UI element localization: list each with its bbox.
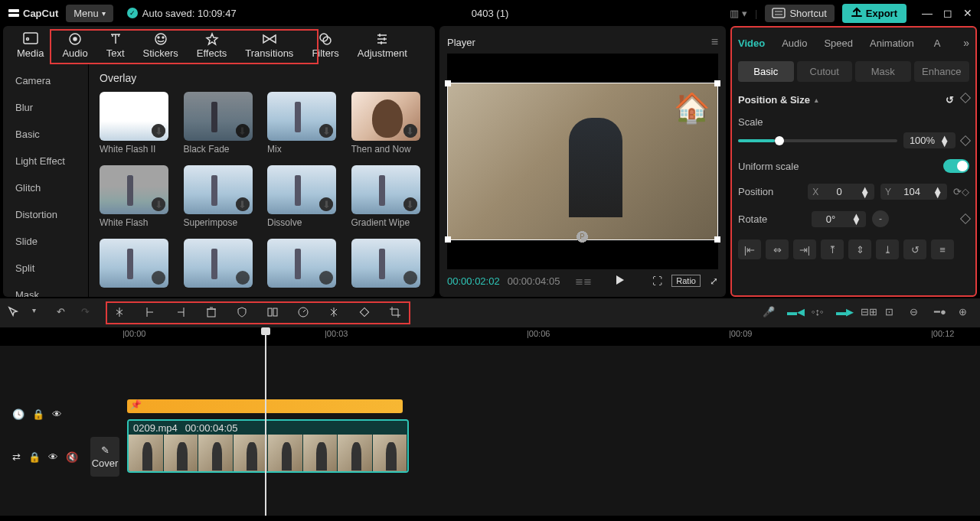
sub-tab-cutout[interactable]: Cutout bbox=[797, 61, 853, 82]
transition-item[interactable]: ⬇Dissolve bbox=[267, 165, 341, 228]
cat-distortion[interactable]: Distortion bbox=[3, 201, 88, 228]
columns-icon[interactable]: ≣≣ bbox=[575, 275, 592, 287]
split-tool[interactable] bbox=[113, 306, 127, 320]
transition-item[interactable] bbox=[267, 239, 341, 291]
shield-tool[interactable] bbox=[236, 306, 250, 320]
scale-slider[interactable] bbox=[738, 139, 897, 142]
align-right[interactable]: ⇥| bbox=[793, 239, 816, 259]
reset-icon[interactable]: ↺ bbox=[946, 94, 954, 106]
house-sticker[interactable]: 🏠 bbox=[674, 91, 710, 125]
swap-icon[interactable]: ⇄ bbox=[12, 451, 21, 463]
cat-mask[interactable]: Mask bbox=[3, 282, 88, 297]
scale-value[interactable]: 100%▲▼ bbox=[903, 132, 956, 148]
cat-basic[interactable]: Basic bbox=[3, 121, 88, 148]
shortcut-button[interactable]: Shortcut bbox=[765, 5, 834, 22]
preview-viewport[interactable]: 🏠 🅟 bbox=[447, 54, 718, 269]
transition-item[interactable]: ⬇White Flash bbox=[100, 165, 173, 228]
align-reset[interactable]: ↺ bbox=[903, 239, 926, 259]
sub-tab-basic[interactable]: Basic bbox=[738, 61, 794, 82]
mirror-h-tool[interactable] bbox=[266, 306, 280, 320]
maximize-button[interactable]: ◻ bbox=[943, 7, 952, 19]
tab-effects[interactable]: Effects bbox=[188, 29, 237, 62]
transition-item[interactable]: ⬇Black Fade bbox=[184, 92, 257, 155]
align-center-h[interactable]: ⇔ bbox=[766, 239, 789, 259]
redo-button[interactable]: ↷ bbox=[81, 306, 95, 320]
undo-button[interactable]: ↶ bbox=[57, 306, 70, 320]
sub-tab-enhance[interactable]: Enhance bbox=[914, 61, 970, 82]
align-center-v[interactable]: ⇕ bbox=[848, 239, 871, 259]
transition-item[interactable]: ⬇Superimpose bbox=[184, 165, 257, 228]
tab-stickers[interactable]: Stickers bbox=[134, 29, 188, 62]
eye-icon[interactable]: 👁 bbox=[48, 451, 58, 463]
timeline-tracks[interactable]: 0209.mp4 00:00:04:05 bbox=[122, 346, 980, 516]
expand-panel-icon[interactable]: » bbox=[963, 37, 969, 49]
clock-icon[interactable]: 🕓 bbox=[12, 409, 24, 420]
mic-icon[interactable]: 🎤 bbox=[763, 306, 776, 320]
rp-tab-audio[interactable]: Audio bbox=[782, 37, 807, 49]
export-button[interactable]: Export bbox=[842, 4, 906, 23]
rp-tab-more[interactable]: A bbox=[934, 37, 941, 49]
rotate-tool[interactable] bbox=[358, 306, 372, 320]
cat-split[interactable]: Split bbox=[3, 255, 88, 282]
position-x-input[interactable]: X0▲▼ bbox=[808, 184, 874, 200]
keyframe-icon[interactable] bbox=[960, 93, 971, 103]
fullscreen-icon[interactable]: ⤢ bbox=[710, 275, 718, 287]
section-position-size[interactable]: Position & Size▴ ↺ bbox=[738, 94, 969, 106]
rp-tab-video[interactable]: Video bbox=[738, 37, 765, 49]
cat-camera[interactable]: Camera bbox=[3, 67, 88, 94]
keyframe-icon[interactable] bbox=[960, 135, 971, 145]
timeline-ruler[interactable]: |00:00 |00:03 |00:06 |00:09 |00:12 bbox=[122, 327, 972, 346]
close-button[interactable]: ✕ bbox=[963, 7, 972, 19]
link-xy-icon[interactable]: ⟳◇ bbox=[953, 186, 969, 197]
video-clip[interactable]: 0209.mp4 00:00:04:05 bbox=[127, 419, 409, 473]
delete-tool[interactable] bbox=[205, 306, 219, 320]
ratio-button[interactable]: Ratio bbox=[671, 275, 701, 287]
snap-toggle[interactable]: ▬▶ bbox=[836, 306, 850, 320]
rotate-dial[interactable]: - bbox=[872, 210, 889, 227]
lock-icon[interactable]: 🔒 bbox=[28, 451, 41, 463]
transition-item[interactable]: ⬇Gradient Wipe bbox=[351, 165, 425, 228]
menu-button[interactable]: Menu ▾ bbox=[66, 5, 113, 22]
cat-blur[interactable]: Blur bbox=[3, 94, 88, 121]
transition-item[interactable] bbox=[184, 239, 257, 291]
player-menu-icon[interactable]: ≡ bbox=[711, 35, 718, 49]
align-left[interactable]: |⇤ bbox=[738, 239, 761, 259]
mirror-v-tool[interactable] bbox=[328, 306, 341, 320]
lock-icon[interactable]: 🔒 bbox=[32, 409, 44, 420]
tab-adjustment[interactable]: Adjustment bbox=[348, 29, 416, 62]
play-button[interactable] bbox=[615, 275, 626, 288]
mute-icon[interactable]: 🔇 bbox=[66, 451, 78, 463]
tab-transitions[interactable]: Transitions bbox=[236, 29, 302, 62]
transition-item[interactable]: ⬇Mix bbox=[267, 92, 341, 155]
align-top[interactable]: ⤒ bbox=[821, 239, 844, 259]
speed-tool[interactable] bbox=[297, 306, 311, 320]
keyframe-icon[interactable] bbox=[960, 213, 971, 224]
uniform-scale-toggle[interactable] bbox=[943, 159, 969, 173]
preview-scale-icon[interactable]: 🅟 bbox=[577, 231, 589, 245]
rp-tab-speed[interactable]: Speed bbox=[824, 37, 853, 49]
link-toggle[interactable]: ◦↕◦ bbox=[812, 306, 825, 320]
select-tool[interactable] bbox=[8, 306, 21, 320]
tab-audio[interactable]: Audio bbox=[53, 29, 96, 62]
cat-slide[interactable]: Slide bbox=[3, 228, 88, 255]
zoom-in-icon[interactable]: ⊕ bbox=[959, 306, 972, 320]
zoom-slider-knob[interactable]: ━● bbox=[934, 306, 948, 320]
tab-media[interactable]: Media bbox=[8, 29, 53, 62]
transition-item[interactable]: ⬇Then and Now bbox=[351, 92, 425, 155]
trim-right-tool[interactable] bbox=[175, 306, 188, 320]
sub-tab-mask[interactable]: Mask bbox=[855, 61, 911, 82]
tab-filters[interactable]: Filters bbox=[302, 29, 348, 62]
cover-button[interactable]: ✎ Cover bbox=[90, 437, 119, 477]
transition-item[interactable] bbox=[351, 239, 425, 291]
layout-icon[interactable]: ▥ ▾ bbox=[730, 8, 747, 19]
magnet-toggle[interactable]: ▬◀ bbox=[787, 306, 801, 320]
preview-toggle[interactable]: ⊟⊞ bbox=[861, 306, 874, 320]
zoom-out-icon[interactable]: ⊖ bbox=[910, 306, 923, 320]
trim-left-tool[interactable] bbox=[144, 306, 158, 320]
record-icon[interactable]: ⊡ bbox=[885, 306, 899, 320]
align-more[interactable]: ≡ bbox=[931, 239, 954, 259]
select-dropdown[interactable]: ▾ bbox=[32, 306, 46, 320]
rp-tab-animation[interactable]: Animation bbox=[870, 37, 914, 49]
transition-item[interactable]: ⬇White Flash II bbox=[100, 92, 173, 155]
transition-item[interactable] bbox=[100, 239, 173, 291]
